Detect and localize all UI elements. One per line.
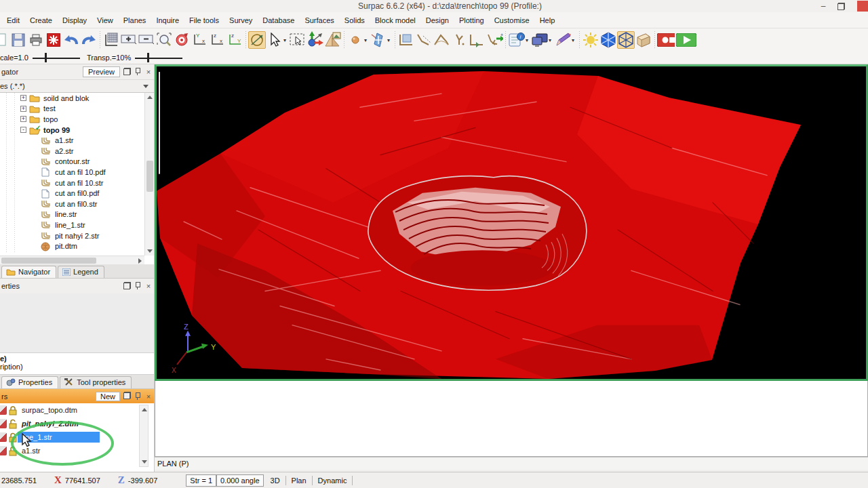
zoom-extents-icon[interactable] <box>102 31 120 49</box>
tree-item-str[interactable]: cut an fil 10.str <box>0 178 154 188</box>
pencil-caret-icon[interactable]: ▾ <box>572 37 577 43</box>
menu-customise[interactable]: Customise <box>494 16 530 24</box>
undo-icon[interactable] <box>62 31 80 49</box>
expand-icon[interactable]: + <box>20 106 26 112</box>
scroll-down-icon[interactable] <box>142 460 147 464</box>
zoom-out-icon[interactable] <box>138 31 155 49</box>
layer-row[interactable]: surpac_topo.dtm <box>0 403 154 417</box>
tree-item-folder[interactable]: +topo <box>0 114 154 125</box>
lock-open-icon[interactable] <box>8 432 18 443</box>
lock-open-icon[interactable] <box>8 419 18 429</box>
close-string-icon[interactable] <box>397 31 415 49</box>
layer-row[interactable]: pit_nahyi_2.dtm <box>0 417 154 430</box>
edit-pencil-icon[interactable] <box>554 31 572 49</box>
tree-item-pdf[interactable]: cut an fil0.pdf <box>0 188 154 199</box>
restore-button[interactable] <box>837 3 845 10</box>
tab-tool-properties[interactable]: Tool properties <box>60 376 132 388</box>
pin-panel-icon[interactable] <box>132 67 143 77</box>
scroll-up-icon[interactable] <box>142 408 147 411</box>
point-caret-icon[interactable]: ▾ <box>364 37 370 43</box>
close-panel-icon[interactable]: × <box>143 282 154 290</box>
break-string-icon[interactable] <box>415 31 433 49</box>
rubberband-select-icon[interactable] <box>289 31 307 49</box>
displays-icon[interactable] <box>531 31 549 49</box>
select-caret-icon[interactable]: ▾ <box>283 37 289 43</box>
menu-create[interactable]: Create <box>30 16 52 24</box>
select-arrow-icon[interactable] <box>266 31 283 49</box>
layer-row[interactable]: a1.str <box>0 444 154 458</box>
reset-graphics-icon[interactable] <box>45 31 62 49</box>
tree-item-folder[interactable]: +test <box>0 104 154 115</box>
tree-item-str[interactable]: cut an fil0.str <box>0 199 154 209</box>
pin-panel-icon[interactable] <box>132 281 143 291</box>
menu-inquire[interactable]: Inquire <box>156 16 179 24</box>
transparency-slider[interactable] <box>135 53 182 62</box>
tree-item-str[interactable]: pit nahyi 2.str <box>0 230 154 241</box>
menu-edit[interactable]: Edit <box>7 16 20 24</box>
float-panel-icon[interactable] <box>121 392 132 401</box>
viewport-3d[interactable]: Z Y X <box>155 64 868 381</box>
shaded-view-icon[interactable] <box>599 31 617 49</box>
tree-item-str[interactable]: contour.str <box>0 157 154 167</box>
clean-string-icon[interactable] <box>450 31 468 49</box>
reverse-string-icon[interactable] <box>468 31 486 49</box>
play-icon[interactable] <box>675 31 698 49</box>
move-axes-icon[interactable] <box>307 31 324 49</box>
plane-caret-icon[interactable]: ▾ <box>387 37 393 43</box>
string-number-field[interactable]: Str = 1 <box>186 474 216 487</box>
displays-caret-icon[interactable]: ▾ <box>549 37 554 43</box>
new-file-icon[interactable] <box>0 31 9 49</box>
notes-icon[interactable]: i <box>508 31 526 49</box>
menu-planes[interactable]: Planes <box>123 16 146 24</box>
layer-row-selected[interactable]: line_1.str <box>0 430 154 444</box>
menu-surfaces[interactable]: Surfaces <box>304 16 334 24</box>
menu-database[interactable]: Database <box>262 16 294 24</box>
scroll-down-icon[interactable] <box>147 249 153 253</box>
solid-view-icon[interactable] <box>635 31 652 49</box>
scale-slider[interactable] <box>33 53 80 62</box>
mode-dynamic-toggle[interactable]: Dynamic <box>318 476 347 485</box>
layer-visibility-icon[interactable] <box>0 419 7 428</box>
minimize-button[interactable]: – <box>818 1 828 11</box>
tab-navigator[interactable]: Navigator <box>1 266 56 278</box>
tab-properties[interactable]: Properties <box>1 376 58 388</box>
print-icon[interactable] <box>27 31 45 49</box>
menu-design[interactable]: Design <box>426 16 449 24</box>
redo-icon[interactable] <box>80 31 98 49</box>
zoom-in-icon[interactable] <box>120 31 138 49</box>
menu-file-tools[interactable]: File tools <box>189 16 219 24</box>
file-filter-dropdown[interactable]: es (.*.*) <box>0 79 154 93</box>
float-panel-icon[interactable] <box>121 282 132 291</box>
close-button[interactable] <box>857 1 868 12</box>
tree-item-dtm[interactable]: pit.dtm <box>0 241 154 251</box>
expand-icon[interactable]: + <box>20 95 26 101</box>
pin-panel-icon[interactable] <box>132 392 143 401</box>
menu-plotting[interactable]: Plotting <box>459 16 484 24</box>
view-zy-icon[interactable]: zY <box>226 31 243 49</box>
menu-solids[interactable]: Solids <box>344 16 365 24</box>
menu-survey[interactable]: Survey <box>229 16 252 24</box>
tree-item-pdf[interactable]: cut an fil 10.pdf <box>0 167 154 178</box>
close-panel-icon[interactable]: × <box>143 392 154 401</box>
mode-3d-toggle[interactable]: 3D <box>271 476 280 485</box>
tree-item-str[interactable]: a2.str <box>0 146 154 157</box>
tab-legend[interactable]: Legend <box>58 266 104 278</box>
rotate-view-icon[interactable] <box>248 31 266 49</box>
scroll-right-icon[interactable] <box>138 258 142 264</box>
preview-button[interactable]: Preview <box>83 66 120 77</box>
tree-horizontal-scrollbar[interactable] <box>0 256 144 264</box>
tree-item-active-folder[interactable]: -✓topo 99 <box>0 125 154 136</box>
tree-item-str[interactable]: line_1.str <box>0 220 154 230</box>
view-yx-icon[interactable]: Yx <box>191 31 208 49</box>
mode-plan-toggle[interactable]: Plan <box>292 476 307 485</box>
tree-item-str[interactable]: line.str <box>0 209 154 220</box>
lock-open-icon[interactable] <box>8 446 18 456</box>
notes-caret-icon[interactable]: ▾ <box>526 37 531 43</box>
lock-closed-icon[interactable] <box>8 405 18 415</box>
tree-item-str[interactable]: a1.str <box>0 135 154 146</box>
view-zx-icon[interactable]: zx <box>208 31 226 49</box>
tree-item-folder[interactable]: +soild and blok <box>0 93 154 104</box>
zoom-previous-icon[interactable] <box>173 31 191 49</box>
layer-visibility-icon[interactable] <box>0 446 7 455</box>
menu-block-model[interactable]: Block model <box>375 16 416 24</box>
